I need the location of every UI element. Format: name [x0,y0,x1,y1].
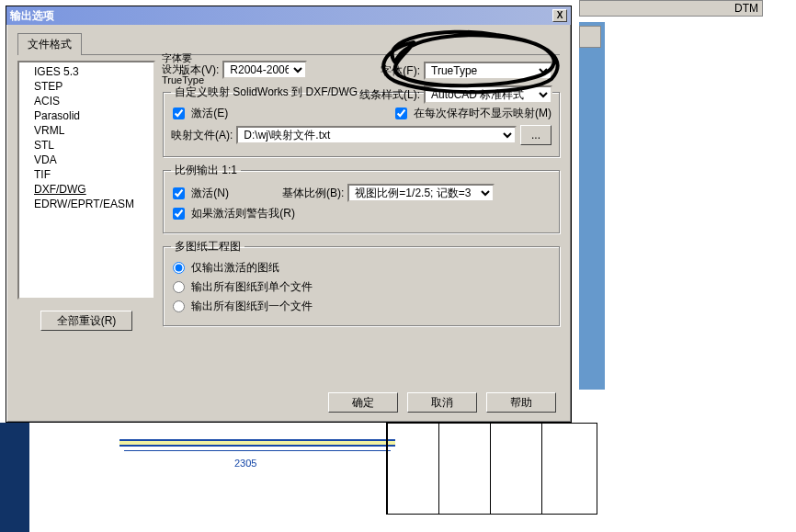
font-annotation-text: 字体要设为TrueType [162,52,195,85]
list-item[interactable]: TIF [21,167,152,182]
export-options-dialog: 输出选项 X 文件格式 字体要设为TrueType IGES 5.3 STEP … [6,6,572,423]
list-item[interactable]: STL [21,138,152,153]
multi-opt3-input[interactable] [173,300,185,312]
multi-opt2-input[interactable] [173,281,185,293]
background-toolbar: DTM [579,0,763,17]
version-select[interactable]: R2004-2006 [222,61,307,79]
background-dimension-text: 2305 [234,458,256,469]
mapping-file-select[interactable]: D:\wj\映射文件.txt [236,126,517,144]
mapping-file-label: 映射文件(A): [171,128,233,143]
ok-button[interactable]: 确定 [328,392,398,413]
multi-opt2-radio[interactable]: 输出所有图纸到单个文件 [171,279,313,295]
list-item[interactable]: EDRW/EPRT/EASM [21,197,152,211]
list-item[interactable]: DXF/DWG [21,182,152,197]
linestyle-select[interactable]: AutoCAD 标准样式 [424,85,552,104]
list-item[interactable]: STEP [21,79,152,94]
font-label: 字体(F): [354,63,420,79]
reset-all-button[interactable]: 全部重设(R) [40,311,132,331]
linestyle-label: 线条样式(L): [354,87,420,103]
scale-legend: 比例输出 1:1 [171,163,241,178]
base-scale-select[interactable]: 视图比例=1/2.5; 记数=3 [347,184,495,202]
mapping-active-input[interactable] [173,108,185,119]
scale-group: 比例输出 1:1 激活(N) 基体比例(B): 视图比例=1/2.5; 记数=3 [163,163,560,233]
list-item[interactable]: Parasolid [21,108,152,123]
browse-button[interactable]: ... [520,125,552,145]
cancel-button[interactable]: 取消 [407,392,477,413]
multi-opt1-radio[interactable]: 仅输出激活的图纸 [171,260,279,276]
font-select[interactable]: TrueType [424,62,552,80]
background-titleblock [386,423,597,515]
scale-warn-input[interactable] [173,208,185,220]
background-dimension-line [124,450,391,451]
base-scale-label: 基体比例(B): [282,186,344,201]
format-listbox[interactable]: IGES 5.3 STEP ACIS Parasolid VRML STL VD… [17,61,155,300]
scale-warn-checkbox[interactable]: 如果激活则警告我(R) [171,206,295,221]
mapping-legend: 自定义映射 SolidWorks 到 DXF/DWG [171,85,361,100]
list-item[interactable]: IGES 5.3 [21,64,152,79]
window-title: 输出选项 [10,8,54,24]
multi-sheet-group: 多图纸工程图 仅输出激活的图纸 输出所有图纸到单个文件 [163,239,560,326]
multi-opt3-radio[interactable]: 输出所有图纸到一个文件 [171,299,313,314]
multi-opt1-input[interactable] [173,262,185,274]
background-strip [579,22,605,390]
list-item[interactable]: ACIS [21,94,152,108]
list-item[interactable]: VDA [21,153,152,167]
background-left-column [0,423,29,532]
titlebar[interactable]: 输出选项 X [6,6,571,25]
multi-legend: 多图纸工程图 [171,239,244,255]
tab-file-format[interactable]: 文件格式 [17,33,82,55]
mapping-active-checkbox[interactable]: 激活(E) [171,106,228,121]
close-button[interactable]: X [552,9,567,22]
scale-active-input[interactable] [173,187,185,199]
scale-active-checkbox[interactable]: 激活(N) [171,186,229,201]
mapping-suppress-input[interactable] [395,108,407,119]
background-drawing-track [119,439,395,447]
list-item[interactable]: VRML [21,123,152,138]
help-button[interactable]: 帮助 [486,392,556,413]
background-tool-button [579,26,601,48]
